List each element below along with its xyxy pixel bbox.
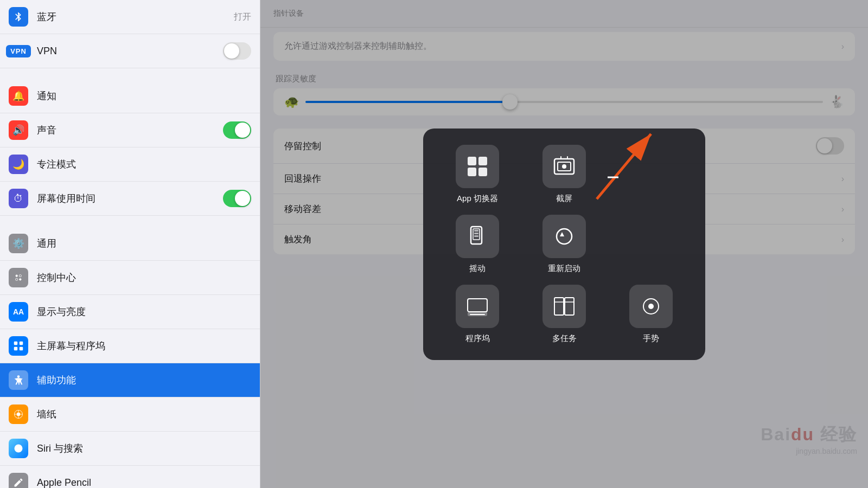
accessibility-label: 辅助功能 <box>37 374 76 387</box>
popup-item-restart[interactable]: 重新启动 <box>526 215 602 274</box>
svg-rect-22 <box>474 233 478 234</box>
svg-rect-7 <box>20 347 23 350</box>
appswitcher-label: App 切换器 <box>457 194 498 204</box>
gesture-icon <box>629 285 673 328</box>
wallpaper-label: 墙纸 <box>37 408 56 421</box>
popup-item-screenshot[interactable]: 截屏 <box>526 145 602 204</box>
screentime-toggle[interactable] <box>223 190 251 207</box>
bluetooth-icon <box>9 7 28 27</box>
notification-label: 通知 <box>37 89 56 102</box>
display-icon: AA <box>9 302 28 322</box>
svg-rect-28 <box>470 314 485 315</box>
appswitcher-icon <box>456 145 499 188</box>
svg-point-8 <box>17 375 20 378</box>
svg-point-11 <box>15 445 23 453</box>
control-icon <box>9 268 28 287</box>
bluetooth-label: 蓝牙 <box>37 10 56 23</box>
screenshot-icon <box>542 145 586 188</box>
section-divider-1 <box>0 68 260 79</box>
focus-icon: 🌙 <box>9 155 28 174</box>
popup-item-appswitcher[interactable]: App 切换器 <box>439 145 515 204</box>
sidebar-item-control[interactable]: 控制中心 <box>0 261 260 295</box>
siri-icon <box>9 439 28 458</box>
sound-toggle[interactable] <box>223 121 251 139</box>
display-label: 显示与亮度 <box>37 305 86 318</box>
section-divider-2 <box>0 216 260 227</box>
svg-rect-14 <box>468 168 476 176</box>
sidebar-item-accessibility[interactable]: 辅助功能 <box>0 363 260 397</box>
vpn-toggle[interactable] <box>223 42 251 60</box>
control-label: 控制中心 <box>37 271 76 284</box>
dock-label: 程序坞 <box>465 333 490 344</box>
svg-point-3 <box>19 278 21 280</box>
shake-icon <box>456 215 499 258</box>
multitask-label: 多任务 <box>552 333 577 344</box>
screenshot-label: 截屏 <box>556 194 572 204</box>
notification-icon: 🔔 <box>9 86 28 106</box>
pencil-icon <box>9 473 28 488</box>
sidebar-item-pencil[interactable]: Apple Pencil <box>0 466 260 488</box>
svg-rect-12 <box>468 157 476 165</box>
svg-rect-15 <box>478 168 487 176</box>
gesture-label: 手势 <box>643 333 659 344</box>
restart-label: 重新启动 <box>548 264 580 274</box>
svg-point-34 <box>648 304 654 309</box>
dock-icon <box>456 285 499 328</box>
svg-rect-5 <box>20 342 23 345</box>
popup-item-gesture[interactable]: 手势 <box>613 285 689 344</box>
popup-empty-2 <box>613 215 689 274</box>
general-label: 通用 <box>37 237 56 250</box>
bluetooth-value: 打开 <box>234 11 251 23</box>
sidebar-item-screentime[interactable]: ⏱ 屏幕使用时间 <box>0 182 260 216</box>
screentime-icon: ⏱ <box>9 189 28 208</box>
svg-point-2 <box>16 278 18 280</box>
svg-point-0 <box>16 275 18 277</box>
sidebar-item-homescreen[interactable]: 主屏幕与程序坞 <box>0 329 260 363</box>
screentime-label: 屏幕使用时间 <box>37 192 95 205</box>
popup: App 切换器 截屏 <box>423 129 705 360</box>
sidebar-item-vpn[interactable]: VPN VPN <box>0 34 260 68</box>
sidebar-item-sound[interactable]: 🔊 声音 <box>0 113 260 147</box>
sidebar-item-bluetooth[interactable]: 蓝牙 打开 <box>0 0 260 34</box>
sound-label: 声音 <box>37 124 56 137</box>
sidebar-item-siri[interactable]: Siri 与搜索 <box>0 432 260 466</box>
svg-point-18 <box>562 164 566 169</box>
general-icon: ⚙️ <box>9 234 28 253</box>
focus-label: 专注模式 <box>37 158 76 171</box>
svg-marker-25 <box>560 232 564 236</box>
vpn-icon: VPN <box>9 41 28 61</box>
popup-empty-1 <box>613 145 689 204</box>
multitask-icon <box>542 285 586 328</box>
svg-rect-13 <box>478 157 487 165</box>
svg-point-1 <box>19 275 21 277</box>
svg-rect-26 <box>468 299 487 312</box>
sidebar-item-wallpaper[interactable]: 墙纸 <box>0 397 260 432</box>
svg-rect-6 <box>14 347 17 350</box>
accessibility-icon <box>9 370 28 390</box>
svg-rect-21 <box>474 230 478 232</box>
svg-rect-4 <box>14 342 17 345</box>
popup-item-dock[interactable]: 程序坞 <box>439 285 515 344</box>
homescreen-label: 主屏幕与程序坞 <box>37 339 105 352</box>
vpn-label: VPN <box>37 46 57 57</box>
sidebar-item-notification[interactable]: 🔔 通知 <box>0 79 260 113</box>
main-content: 指针设备 允许通过游戏控制器来控制辅助触控。 › 跟踪灵敏度 🐢 🐇 停留控制 … <box>260 0 868 488</box>
shake-label: 摇动 <box>469 264 486 274</box>
homescreen-icon <box>9 336 28 356</box>
popup-item-shake[interactable]: 摇动 <box>439 215 515 274</box>
sidebar: 蓝牙 打开 VPN VPN 🔔 通知 🔊 声音 🌙 专注模式 ⏱ 屏幕使用时间 … <box>0 0 260 488</box>
svg-point-10 <box>17 413 21 416</box>
popup-item-multitask[interactable]: 多任务 <box>526 285 602 344</box>
sidebar-item-focus[interactable]: 🌙 专注模式 <box>0 147 260 182</box>
sound-icon: 🔊 <box>9 120 28 140</box>
sidebar-item-general[interactable]: ⚙️ 通用 <box>0 227 260 261</box>
wallpaper-icon <box>9 404 28 424</box>
overlay[interactable]: App 切换器 截屏 <box>260 0 868 488</box>
svg-rect-30 <box>565 298 574 315</box>
pencil-label: Apple Pencil <box>37 477 91 489</box>
restart-icon <box>542 215 586 258</box>
svg-rect-29 <box>554 298 564 315</box>
siri-label: Siri 与搜索 <box>37 442 83 455</box>
svg-rect-23 <box>474 235 478 237</box>
sidebar-item-display[interactable]: AA 显示与亮度 <box>0 295 260 329</box>
